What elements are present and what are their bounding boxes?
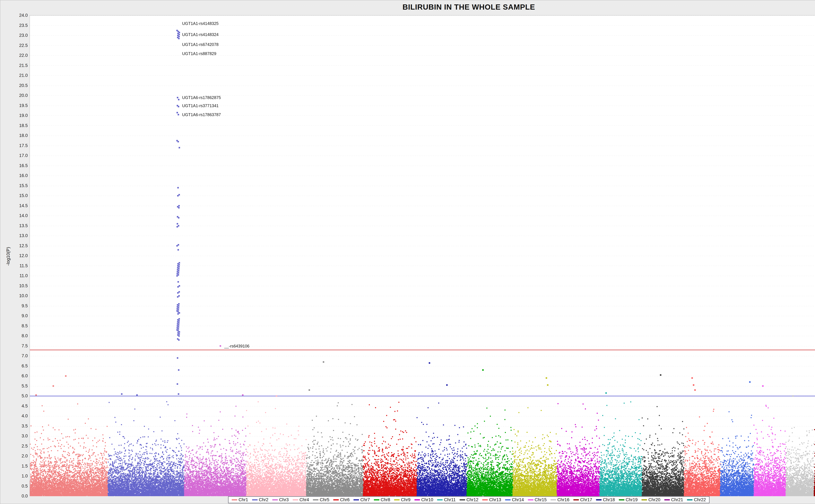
y-tick-label: 0.0 — [3, 494, 28, 498]
snp-annotation: UGT1A1-rs6742078 — [182, 42, 219, 47]
snp-annotation: __-rs6439106 — [224, 344, 250, 348]
legend-label: Chr13 — [489, 497, 501, 502]
legend-swatch-chr11 — [437, 499, 443, 500]
legend-label: Chr6 — [340, 497, 350, 502]
y-tick-label: 14.0 — [3, 213, 28, 218]
y-tick-label: 4.0 — [3, 413, 28, 418]
snp-annotation: UGT1A1-rs887829 — [182, 51, 216, 56]
y-tick-label: 16.5 — [3, 163, 28, 168]
legend-item-chr4: Chr4 — [293, 497, 309, 502]
legend-swatch-chr21 — [664, 499, 670, 500]
y-tick-label: 12.5 — [3, 243, 28, 248]
legend-swatch-chr15 — [528, 499, 533, 500]
y-tick-label: 0.5 — [3, 484, 28, 489]
legend-swatch-chr13 — [482, 499, 488, 500]
y-tick-label: 15.5 — [3, 183, 28, 188]
y-tick-label: 4.5 — [3, 404, 28, 408]
legend-item-chr21: Chr21 — [664, 497, 683, 502]
legend-swatch-chr2 — [252, 499, 258, 500]
y-tick-label: 1.0 — [3, 474, 28, 478]
legend-item-chr10: Chr10 — [414, 497, 433, 502]
y-tick-label: 8.5 — [3, 323, 28, 328]
y-tick-label: 23.0 — [3, 33, 28, 38]
legend-item-chr2: Chr2 — [252, 497, 269, 502]
legend-label: Chr19 — [626, 497, 638, 502]
legend-label: Chr15 — [535, 497, 547, 502]
y-tick-label: 21.5 — [3, 63, 28, 68]
y-tick-label: 24.0 — [3, 13, 28, 18]
y-tick-label: 5.5 — [3, 383, 28, 388]
legend-label: Chr10 — [421, 497, 433, 502]
legend-label: Chr21 — [671, 497, 683, 502]
y-tick-label: 7.0 — [3, 353, 28, 358]
legend-label: Chr17 — [580, 497, 592, 502]
scatter-canvas — [30, 15, 815, 496]
legend-label: Chr9 — [401, 497, 411, 502]
legend-label: Chr18 — [603, 497, 615, 502]
manhattan-plot: BILIRUBIN IN THE WHOLE SAMPLE -log10(P) … — [0, 0, 815, 504]
y-tick-label: 21.0 — [3, 73, 28, 78]
y-tick-label: 20.5 — [3, 83, 28, 88]
y-tick-label: 22.5 — [3, 43, 28, 48]
legend-item-chr18: Chr18 — [596, 497, 615, 502]
legend-item-chr17: Chr17 — [573, 497, 592, 502]
legend-item-chr12: Chr12 — [459, 497, 478, 502]
y-tick-label: 11.5 — [3, 263, 28, 268]
y-tick-label: 12.0 — [3, 253, 28, 258]
legend-swatch-chr10 — [414, 499, 420, 500]
y-tick-label: 6.0 — [3, 373, 28, 378]
legend-item-chr9: Chr9 — [394, 497, 411, 502]
legend-swatch-chr7 — [354, 499, 359, 500]
legend-swatch-chr19 — [619, 499, 624, 500]
legend-label: Chr11 — [444, 497, 456, 502]
y-tick-label: 1.5 — [3, 464, 28, 469]
legend-item-chr15: Chr15 — [528, 497, 547, 502]
y-tick-label: 18.5 — [3, 123, 28, 128]
y-tick-label: 22.0 — [3, 53, 28, 58]
chromosome-legend: Chr1Chr2Chr3Chr4Chr5Chr6Chr7Chr8Chr9Chr1… — [228, 496, 710, 503]
legend-label: Chr3 — [279, 497, 289, 502]
legend-swatch-chr8 — [374, 499, 379, 500]
legend-label: Chr20 — [649, 497, 661, 502]
legend-item-chr20: Chr20 — [642, 497, 661, 502]
legend-label: Chr1 — [239, 497, 248, 502]
y-tick-label: 8.0 — [3, 333, 28, 338]
legend-swatch-chr16 — [550, 499, 556, 500]
legend-swatch-chr5 — [313, 499, 319, 500]
y-tick-label: 17.0 — [3, 153, 28, 158]
legend-swatch-chr9 — [394, 499, 400, 500]
legend-label: Chr4 — [300, 497, 309, 502]
legend-label: Chr12 — [466, 497, 478, 502]
y-tick-label: 9.5 — [3, 303, 28, 308]
snp-annotation: UGT1A6-rs17863787 — [182, 112, 221, 117]
y-tick-label: 19.5 — [3, 103, 28, 108]
legend-item-chr5: Chr5 — [313, 497, 329, 502]
y-tick-label: 19.0 — [3, 113, 28, 118]
legend-item-chr14: Chr14 — [505, 497, 524, 502]
legend-swatch-chr4 — [293, 499, 298, 500]
chart-title: BILIRUBIN IN THE WHOLE SAMPLE — [0, 3, 815, 11]
y-tick-label: 23.5 — [3, 23, 28, 28]
y-tick-label: 5.0 — [3, 393, 28, 398]
legend-item-chr7: Chr7 — [354, 497, 370, 502]
legend-swatch-chr1 — [232, 499, 237, 500]
legend-swatch-chr6 — [333, 499, 339, 500]
y-tick-label: 13.0 — [3, 233, 28, 238]
y-tick-label: 3.5 — [3, 424, 28, 428]
y-tick-label: 17.5 — [3, 143, 28, 148]
legend-item-chr11: Chr11 — [437, 497, 456, 502]
y-tick-label: 2.5 — [3, 444, 28, 448]
legend-item-chr1: Chr1 — [232, 497, 248, 502]
y-tick-label: 10.5 — [3, 283, 28, 288]
y-tick-label: 13.5 — [3, 223, 28, 228]
y-tick-label: 14.5 — [3, 203, 28, 208]
y-tick-label: 16.0 — [3, 173, 28, 178]
legend-item-chr19: Chr19 — [619, 497, 638, 502]
legend-label: Chr2 — [259, 497, 269, 502]
legend-item-chr13: Chr13 — [482, 497, 501, 502]
y-tick-label: 11.0 — [3, 273, 28, 278]
legend-label: Chr5 — [320, 497, 329, 502]
legend-label: Chr22 — [694, 497, 706, 502]
legend-label: Chr8 — [381, 497, 390, 502]
y-tick-label: 9.0 — [3, 313, 28, 318]
